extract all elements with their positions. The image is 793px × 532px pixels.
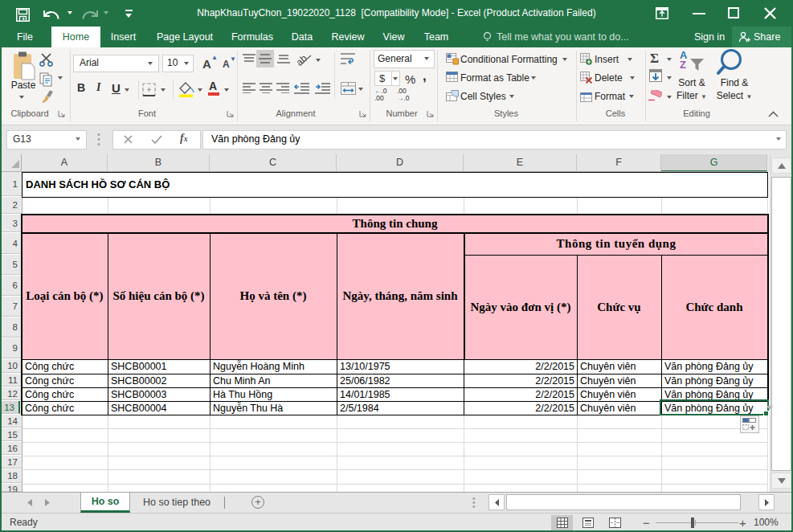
svg-text:ab: ab bbox=[297, 52, 309, 67]
